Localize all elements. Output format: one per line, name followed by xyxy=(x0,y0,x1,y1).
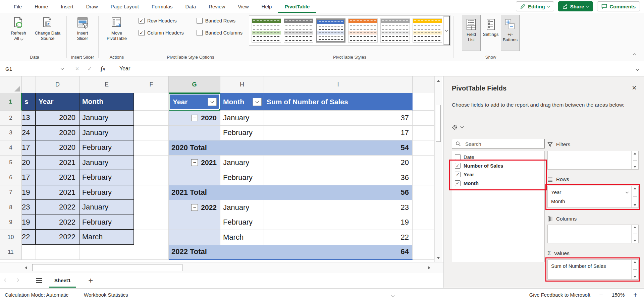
cell-G6[interactable] xyxy=(169,170,220,185)
cell-J1[interactable] xyxy=(413,93,434,111)
cell-D2[interactable]: 2020 xyxy=(36,111,79,126)
row-header-8[interactable]: 8 xyxy=(0,200,22,215)
cell-D4[interactable]: 2020 xyxy=(36,140,79,156)
cell-J6[interactable] xyxy=(413,170,434,185)
scroll-up-button[interactable] xyxy=(435,76,442,85)
field-item-date[interactable]: Date xyxy=(452,153,544,161)
cell-J7[interactable] xyxy=(413,185,434,200)
style-option-column-headers[interactable]: ✓Column Headers xyxy=(139,29,184,37)
cell-D10[interactable]: 2022 xyxy=(36,230,79,245)
calculation-mode-status[interactable]: Calculation Mode: Automatic xyxy=(5,292,68,298)
cell-E3[interactable]: January xyxy=(79,126,134,141)
cell-J9[interactable] xyxy=(413,215,434,230)
sheet-tab-sheet1[interactable]: Sheet1 xyxy=(49,273,76,288)
cell-F2[interactable] xyxy=(134,111,169,126)
cell-G2[interactable]: −2020 xyxy=(169,111,220,126)
cell-C3-clipped[interactable]: 24 xyxy=(22,126,36,141)
cell-H2[interactable]: January xyxy=(220,111,264,126)
rows-area-item-month[interactable]: Month xyxy=(548,197,638,206)
menu-tab-draw[interactable]: Draw xyxy=(80,0,104,13)
collapse-group-icon[interactable]: − xyxy=(191,204,198,211)
zoom-in-button[interactable]: + xyxy=(633,292,637,298)
row-header-6[interactable]: 6 xyxy=(0,170,22,185)
cell-E4[interactable]: February xyxy=(79,140,134,156)
columns-area-box[interactable] xyxy=(547,225,639,243)
cell-H8[interactable]: January xyxy=(220,200,264,215)
cell-F11[interactable] xyxy=(134,245,169,260)
scroll-down-button[interactable] xyxy=(435,253,442,262)
filters-area-scroll[interactable] xyxy=(631,151,638,169)
next-sheet-button[interactable] xyxy=(11,280,23,281)
cell-E10[interactable]: March xyxy=(79,230,134,245)
cell-F5[interactable] xyxy=(134,156,169,171)
cell-C6-clipped[interactable]: 17 xyxy=(22,170,36,185)
cell-C7-clipped[interactable]: 19 xyxy=(22,185,36,200)
add-sheet-button[interactable]: + xyxy=(88,277,93,285)
filter-dropdown-icon[interactable] xyxy=(253,98,262,106)
menu-tab-page-layout[interactable]: Page Layout xyxy=(104,0,145,13)
menu-tab-home[interactable]: Home xyxy=(28,0,54,13)
cell-G1-active[interactable]: Year xyxy=(169,93,220,111)
cell-I5[interactable]: 20 xyxy=(264,156,413,171)
checked-checkbox-icon[interactable]: ✓ xyxy=(455,172,461,177)
cell-E1[interactable]: Month xyxy=(79,93,134,111)
cell-I6[interactable]: 36 xyxy=(264,170,413,185)
cell-I2[interactable]: 37 xyxy=(264,111,413,126)
cell-F8[interactable] xyxy=(134,200,169,215)
cell-H3[interactable]: February xyxy=(220,126,264,141)
cell-D7[interactable]: 2021 xyxy=(36,185,79,200)
cell-J4[interactable] xyxy=(413,140,434,156)
previous-sheet-button[interactable] xyxy=(0,280,11,281)
vertical-scrollbar-thumb[interactable] xyxy=(436,105,441,142)
col-header-blank[interactable] xyxy=(413,76,434,93)
cell-E7[interactable]: February xyxy=(79,185,134,200)
cell-D1[interactable]: Year xyxy=(36,93,79,111)
cell-H6[interactable]: February xyxy=(220,170,264,185)
expand-formula-bar-button[interactable] xyxy=(636,66,639,71)
filters-area-box[interactable] xyxy=(547,151,639,170)
pivot-style-thumbnail-green[interactable] xyxy=(252,18,281,43)
field-item-month[interactable]: ✓Month xyxy=(452,179,544,187)
workbook-statistics-button[interactable]: Workbook Statistics xyxy=(84,292,128,298)
pivot-style-thumbnail-yellow[interactable] xyxy=(413,18,442,43)
vertical-scrollbar[interactable] xyxy=(434,76,442,262)
cell-H10[interactable]: March xyxy=(220,230,264,245)
change-data-source-button[interactable]: Change Data Source xyxy=(32,14,64,42)
cell-D5[interactable]: 2021 xyxy=(36,156,79,171)
cell-E6[interactable]: February xyxy=(79,170,134,185)
cell-I8[interactable]: 23 xyxy=(264,200,413,215)
cell-C4-clipped[interactable]: 17 xyxy=(22,140,36,156)
give-feedback-link[interactable]: Give Feedback to Microsoft xyxy=(529,292,591,298)
pivot-total-row-2020-total[interactable]: 2020 Total54 xyxy=(169,140,413,156)
cell-F3[interactable] xyxy=(134,126,169,141)
cell-H1[interactable]: Month xyxy=(220,93,264,111)
cancel-icon[interactable]: × xyxy=(75,65,79,72)
pivot-total-row-2021-total[interactable]: 2021 Total56 xyxy=(169,185,413,200)
col-header-E[interactable]: E xyxy=(79,76,134,93)
pivot-total-row-2022-total[interactable]: 2022 Total64 xyxy=(169,245,413,260)
cell-F1[interactable] xyxy=(134,93,169,111)
col-header-blank[interactable] xyxy=(22,76,36,93)
move-pivottable-button[interactable]: Move PivotTable xyxy=(101,14,132,42)
cell-C2-clipped[interactable]: 13 xyxy=(22,111,36,126)
pivot-style-thumbnail-orange[interactable] xyxy=(348,18,378,43)
name-box[interactable]: G1 xyxy=(0,61,67,76)
comments-button[interactable]: Comments xyxy=(597,1,640,11)
cell-G8[interactable]: −2022 xyxy=(169,200,220,215)
row-header-4[interactable]: 4 xyxy=(0,140,22,156)
editing-mode-button[interactable]: Editing xyxy=(516,1,554,11)
scroll-right-button[interactable] xyxy=(425,263,433,272)
scroll-left-button[interactable] xyxy=(22,263,30,272)
cell-F9[interactable] xyxy=(134,215,169,230)
row-header-3[interactable]: 3 xyxy=(0,126,22,141)
menu-tab-data[interactable]: Data xyxy=(179,0,202,13)
cell-E11[interactable] xyxy=(79,245,134,260)
cell-I9[interactable]: 19 xyxy=(264,215,413,230)
plus-minus-buttons-button[interactable]: +/- Buttons xyxy=(501,15,520,51)
collapse-group-icon[interactable]: − xyxy=(191,115,198,121)
cell-D6[interactable]: 2021 xyxy=(36,170,79,185)
row-header-7[interactable]: 7 xyxy=(0,185,22,200)
cell-G3[interactable] xyxy=(169,126,220,141)
values-area-item-sum-of-number-of-sales[interactable]: Sum of Number of Sales xyxy=(548,261,638,270)
gallery-more-button[interactable] xyxy=(443,16,450,45)
